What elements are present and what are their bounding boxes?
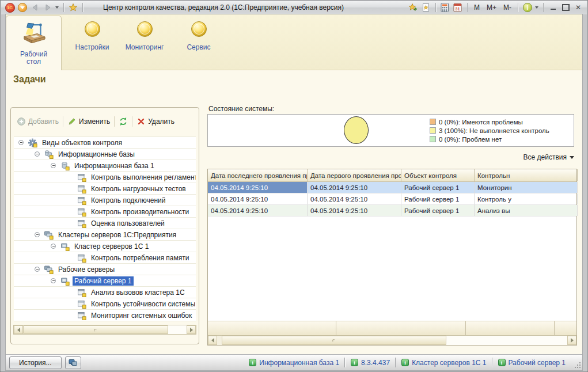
back-button[interactable] [29,2,41,13]
collapse-toggle-icon[interactable] [35,267,40,272]
scroll-right-arrow[interactable] [567,336,576,345]
tree-item[interactable]: Контроль производительности [14,206,196,218]
status-info-item[interactable]: iИнформационная база 1 [244,359,344,367]
tree-item[interactable]: Виды объектов контроля [14,137,196,149]
tab-monitoring[interactable]: Мониторинг [120,21,169,67]
main-menu-button[interactable] [16,2,29,13]
maximize-button[interactable] [561,3,570,12]
tree-item[interactable]: Информационная база 1 [14,160,196,172]
tree-item-label: Виды объектов контроля [40,138,124,147]
tab-desktop[interactable]: Рабочий стол [6,16,62,70]
calculator-button[interactable] [439,2,452,13]
tree-toolbar: Добавить Изменить Удалить [17,115,174,128]
tree-horizontal-scrollbar[interactable] [13,325,196,335]
page-title: Задачи [13,74,46,85]
client-area: Рабочий стол Настройки Мониторинг Сервис… [6,14,582,370]
tree-item[interactable]: Мониторинг системных ошибок [14,310,196,321]
servers-icon [44,230,54,240]
tree-item[interactable]: Оценка пользователей [14,218,196,229]
tree-item[interactable]: Рабочий сервер 1 [14,275,196,287]
tree-item[interactable]: Кластер серверов 1С 1 [14,241,196,252]
collapse-toggle-icon[interactable] [35,232,40,237]
svg-text:31: 31 [456,6,460,12]
edit-button[interactable]: Изменить [67,117,110,126]
m-plus-button[interactable]: M+ [483,3,500,12]
collapse-toggle-icon[interactable] [51,278,56,283]
table-row[interactable]: 04.05.2014 9:25:1004.05.2014 9:25:10Рабо… [208,193,576,205]
add-button[interactable]: Добавить [17,117,59,126]
tree-item-label: Оценка пользователей [89,219,166,228]
table-row[interactable]: 04.05.2014 9:25:1004.05.2014 9:25:10Рабо… [208,182,576,193]
add-favorite-button[interactable] [420,2,433,13]
resize-grip[interactable] [579,367,581,368]
status-info-item[interactable]: i8.3.4.437 [346,359,395,367]
problems-table: Дата последнего проявления проблемыДата … [207,169,577,346]
show-monitor-button[interactable] [65,356,81,369]
collapse-toggle-icon[interactable] [18,140,24,145]
tree-item[interactable]: Кластеры серверов 1С:Предприятия [14,229,196,241]
table-cell[interactable]: 04.05.2014 9:25:10 [308,205,401,216]
column-header[interactable]: Дата первого проявления проблемы [308,169,401,181]
scroll-thumb[interactable] [23,325,168,334]
table-cell[interactable]: Контроль у [475,193,578,204]
info-button[interactable]: i [521,2,534,13]
goto-favorites-button[interactable] [407,2,420,13]
tree-item[interactable]: Информационные базы [14,149,196,160]
column-header[interactable]: Объект контроля [401,169,475,181]
scroll-right-arrow[interactable] [187,325,196,334]
sphere-icon [137,21,153,37]
table-row[interactable]: 04.05.2014 9:25:1004.05.2014 9:25:10Рабо… [208,205,576,217]
control-objects-panel: Добавить Изменить Удалить Виды объектов … [10,107,199,344]
delete-button[interactable]: Удалить [136,117,174,126]
scroll-left-arrow[interactable] [208,336,217,345]
table-cell[interactable]: 04.05.2014 9:25:10 [308,193,401,204]
refresh-button[interactable] [119,117,128,126]
favorites-star-icon[interactable] [67,2,79,13]
gear-icon [28,138,37,147]
tree-item[interactable]: Контроль выполнения регламентных з... [14,172,196,183]
tab-service[interactable]: Сервис [176,21,221,67]
info-icon: i [351,359,358,366]
collapse-toggle-icon[interactable] [51,163,56,168]
table-cell[interactable]: Рабочий сервер 1 [401,182,475,193]
sphere-icon [191,21,207,37]
tree-item[interactable]: Анализ вызовов кластера 1С [14,287,196,298]
status-info-item[interactable]: iКластер серверов 1С 1 [396,359,491,367]
tree-item[interactable]: Контроль потребления памяти [14,252,196,264]
table-cell[interactable]: 04.05.2014 9:25:10 [208,182,308,193]
calendar-button[interactable]: 31 [452,2,464,13]
table-cell[interactable]: Анализ вы [475,205,578,216]
scroll-thumb[interactable] [222,336,446,345]
m-button[interactable]: M [471,3,483,12]
info-dropdown-icon[interactable] [535,6,538,10]
table-cell[interactable]: Рабочий сервер 1 [401,205,475,216]
tab-settings[interactable]: Настройки [69,21,115,67]
scroll-left-arrow[interactable] [14,325,23,334]
all-actions-button[interactable]: Все действия [523,153,574,161]
database-icon [60,161,70,170]
table-cell[interactable]: 04.05.2014 9:25:10 [308,182,401,193]
table-cell[interactable]: 04.05.2014 9:25:10 [208,205,308,216]
status-info-item[interactable]: iРабочий сервер 1 [493,359,571,367]
tab-desktop-label: Рабочий стол [17,51,51,66]
tree-item[interactable]: Контроль нагрузочных тестов [14,183,196,195]
minimize-button[interactable] [548,3,557,12]
history-button[interactable]: История... [9,356,62,369]
forward-button[interactable] [41,2,54,13]
table-footer [208,321,576,335]
tree-item[interactable]: Рабочие серверы [14,264,196,275]
tree-item-label: Контроль потребления памяти [89,253,191,263]
tree-item[interactable]: Контроль подключений [14,195,196,206]
table-cell[interactable]: Рабочий сервер 1 [401,193,475,204]
close-button[interactable]: ✕ [574,3,583,12]
m-minus-button[interactable]: M- [500,3,515,12]
column-header[interactable]: Контрольн [475,169,578,181]
column-header[interactable]: Дата последнего проявления проблемы [208,169,308,181]
tree-item[interactable]: Контроль устойчивости системы [14,298,196,310]
table-cell[interactable]: 04.05.2014 9:25:10 [208,193,308,204]
history-dropdown-icon[interactable] [55,6,59,10]
collapse-toggle-icon[interactable] [51,244,56,249]
collapse-toggle-icon[interactable] [35,151,40,157]
table-horizontal-scrollbar[interactable] [208,335,576,345]
table-cell[interactable]: Мониторин [475,182,578,193]
